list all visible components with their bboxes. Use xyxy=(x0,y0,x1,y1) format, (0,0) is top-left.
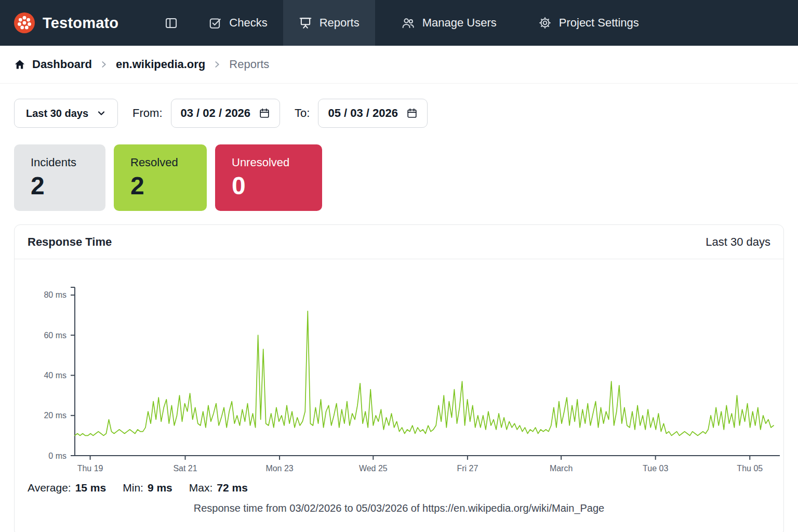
svg-text:20 ms: 20 ms xyxy=(44,411,66,420)
chart-summary: Average:15 ms Min:9 ms Max:72 ms xyxy=(28,482,783,494)
svg-text:60 ms: 60 ms xyxy=(44,331,66,340)
nav-label-project-settings: Project Settings xyxy=(559,16,639,30)
svg-text:Fri 27: Fri 27 xyxy=(457,464,478,473)
svg-text:40 ms: 40 ms xyxy=(44,371,66,380)
breadcrumb-dashboard-link[interactable]: Dashboard xyxy=(14,58,92,71)
from-label: From: xyxy=(132,107,162,120)
sidebar-toggle-button[interactable] xyxy=(150,0,193,46)
response-time-panel: Response Time Last 30 days 0 ms20 ms40 m… xyxy=(14,224,784,532)
reports-icon xyxy=(299,16,312,30)
min-stat: Min:9 ms xyxy=(123,482,172,494)
stat-card-resolved: Resolved 2 xyxy=(114,144,207,211)
brand[interactable]: Testomato xyxy=(14,0,118,46)
panel-header: Response Time Last 30 days xyxy=(15,225,783,259)
main-nav: Checks Reports Manage Users xyxy=(150,0,655,46)
stat-cards: Incidents 2 Resolved 2 Unresolved 0 xyxy=(14,144,798,211)
date-range-label: Last 30 days xyxy=(26,108,88,119)
svg-text:0 ms: 0 ms xyxy=(48,451,66,460)
from-date-value: 03 / 02 / 2026 xyxy=(181,107,251,120)
testomato-logo-icon xyxy=(14,12,35,34)
svg-text:Wed 25: Wed 25 xyxy=(359,464,388,473)
svg-text:Tue 03: Tue 03 xyxy=(643,464,668,473)
chevron-right-icon xyxy=(100,60,108,69)
breadcrumb-current-page: Reports xyxy=(229,58,269,71)
filter-row: Last 30 days From: 03 / 02 / 2026 To: 05… xyxy=(14,99,798,128)
incidents-label: Incidents xyxy=(31,156,89,169)
nav-item-manage-users[interactable]: Manage Users xyxy=(385,0,512,46)
to-date-input[interactable]: 05 / 03 / 2026 xyxy=(318,99,428,128)
home-icon xyxy=(14,59,25,70)
resolved-value: 2 xyxy=(130,174,190,198)
manage-users-icon xyxy=(401,16,415,30)
chart-caption: Response time from 03/02/2026 to 05/03/2… xyxy=(15,502,783,514)
stat-card-incidents: Incidents 2 xyxy=(14,144,105,211)
nav-label-reports: Reports xyxy=(320,16,360,30)
from-date-input[interactable]: 03 / 02 / 2026 xyxy=(171,99,281,128)
nav-item-checks[interactable]: Checks xyxy=(193,0,283,46)
to-date-value: 05 / 03 / 2026 xyxy=(328,107,398,120)
chevron-down-icon xyxy=(97,109,106,118)
nav-item-project-settings[interactable]: Project Settings xyxy=(523,0,655,46)
breadcrumb-project-label: en.wikipedia.org xyxy=(116,58,205,71)
average-stat: Average:15 ms xyxy=(28,482,106,494)
calendar-icon[interactable] xyxy=(406,108,418,119)
to-label: To: xyxy=(295,107,310,120)
svg-text:80 ms: 80 ms xyxy=(44,290,66,299)
nav-spacer xyxy=(375,0,385,46)
unresolved-value: 0 xyxy=(232,174,305,198)
panel-range-label: Last 30 days xyxy=(706,235,770,249)
chevron-right-icon xyxy=(213,60,221,69)
svg-text:Thu 05: Thu 05 xyxy=(737,464,763,473)
incidents-value: 2 xyxy=(31,174,89,198)
nav-spacer xyxy=(512,0,523,46)
svg-text:Sat 21: Sat 21 xyxy=(173,464,197,473)
calendar-icon[interactable] xyxy=(259,108,270,119)
breadcrumb-project-link[interactable]: en.wikipedia.org xyxy=(116,58,205,71)
breadcrumb: Dashboard en.wikipedia.org Reports xyxy=(0,46,798,83)
brand-name: Testomato xyxy=(43,15,118,32)
stat-card-unresolved: Unresolved 0 xyxy=(215,144,322,211)
response-time-chart: 0 ms20 ms40 ms60 ms80 msThu 19Sat 21Mon … xyxy=(18,273,781,481)
gear-icon xyxy=(538,16,552,30)
svg-text:Thu 19: Thu 19 xyxy=(77,464,103,473)
checks-icon xyxy=(208,16,222,30)
nav-label-checks: Checks xyxy=(229,16,267,30)
svg-text:March: March xyxy=(550,464,573,473)
breadcrumb-dashboard-label: Dashboard xyxy=(32,58,92,71)
top-navbar: Testomato Checks Reports xyxy=(0,0,798,46)
svg-text:Mon 23: Mon 23 xyxy=(265,464,293,473)
unresolved-label: Unresolved xyxy=(232,156,305,169)
resolved-label: Resolved xyxy=(130,156,190,169)
sidebar-toggle-icon xyxy=(164,16,178,30)
nav-item-reports[interactable]: Reports xyxy=(283,0,375,46)
nav-label-manage-users: Manage Users xyxy=(422,16,497,30)
date-range-dropdown[interactable]: Last 30 days xyxy=(14,99,118,128)
max-stat: Max:72 ms xyxy=(189,482,248,494)
panel-title: Response Time xyxy=(28,235,112,249)
